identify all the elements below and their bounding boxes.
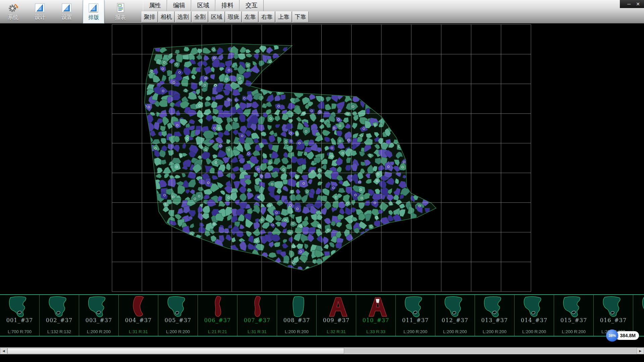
part-id-label: 002_#37 <box>46 318 72 323</box>
part-lr-label: L:200 R:200 <box>87 329 111 334</box>
part-cell-009_#37[interactable]: 009_#37L:32 R:31 <box>317 295 356 336</box>
menu-tab-3[interactable]: 排料 <box>215 0 239 11</box>
window-controls: ─ ✕ <box>620 0 644 8</box>
nav-button-label: 系统 <box>8 14 18 21</box>
application-window: 系统设计设置排版报表 属性编辑区域排料交互 聚排相机选割全割区域瑕疵左靠右靠上靠… <box>0 0 644 362</box>
scroll-right-arrow-icon[interactable]: ▶ <box>637 348 644 354</box>
part-shape-thumbnail <box>519 296 550 318</box>
gear-icon <box>7 2 19 14</box>
part-shape-thumbnail <box>44 296 75 318</box>
tool-button-3[interactable]: 全割 <box>192 11 208 22</box>
part-shape-thumbnail <box>638 296 644 318</box>
part-id-label: 016_#37 <box>600 318 627 323</box>
memory-percent-badge: 38% <box>606 329 618 342</box>
memory-badge: 38% 384.8M <box>606 329 639 342</box>
part-cell-011_#37[interactable]: 011_#37L:200 R:200 <box>396 295 435 336</box>
tool-button-2[interactable]: 选割 <box>175 11 191 22</box>
part-shape-thumbnail <box>440 296 471 318</box>
tool-button-0[interactable]: 聚排 <box>142 11 158 22</box>
part-id-label: 013_#37 <box>481 318 508 323</box>
tool-button-6[interactable]: 左靠 <box>242 11 258 22</box>
tool-button-5[interactable]: 瑕疵 <box>225 11 241 22</box>
part-id-label: 011_#37 <box>402 318 429 323</box>
part-lr-label: L:33 R:33 <box>366 329 385 334</box>
nav-button-settings[interactable]: 设置 <box>56 0 77 23</box>
nav-button-gear[interactable]: 系统 <box>2 0 24 23</box>
part-lr-label: L:200 R:200 <box>522 329 546 334</box>
part-cell-008_#37[interactable]: 008_#37L:200 R:200 <box>277 295 317 336</box>
part-cell-013_#37[interactable]: 013_#37L:200 R:200 <box>475 295 515 336</box>
part-lr-label: L:200 R:200 <box>483 329 506 334</box>
part-shape-thumbnail <box>479 296 510 318</box>
part-id-label: 010_#37 <box>363 318 389 323</box>
part-shape-thumbnail <box>4 296 35 318</box>
report-icon <box>115 2 126 14</box>
part-cell-014_#37[interactable]: 014_#37L:200 R:200 <box>515 295 554 336</box>
part-id-label: 012_#37 <box>442 318 468 323</box>
part-id-label: 008_#37 <box>283 318 310 323</box>
nav-button-layout[interactable]: 排版 <box>83 0 104 23</box>
menu-tab-2[interactable]: 区域 <box>191 0 215 11</box>
part-shape-thumbnail <box>361 296 391 318</box>
nav-button-label: 报表 <box>115 14 126 21</box>
horizontal-scrollbar[interactable]: ◀ ▶ <box>0 347 644 354</box>
parts-strip: 001_#37L:700 R:700002_#37L:132 R:132003_… <box>0 294 644 337</box>
scroll-left-arrow-icon[interactable]: ◀ <box>0 348 7 354</box>
part-lr-label: L:200 R:200 <box>404 329 427 334</box>
part-lr-label: L:32 R:31 <box>327 329 345 334</box>
layout-icon <box>88 2 99 14</box>
part-shape-thumbnail <box>558 296 589 318</box>
tool-button-7[interactable]: 右靠 <box>259 11 275 22</box>
part-shape-thumbnail <box>202 296 233 318</box>
part-shape-thumbnail <box>163 296 194 318</box>
part-cell-001_#37[interactable]: 001_#37L:700 R:700 <box>0 295 40 336</box>
menu-tab-0[interactable]: 属性 <box>143 0 167 11</box>
nesting-canvas[interactable] <box>0 23 644 294</box>
minimize-button[interactable]: ─ <box>627 2 631 6</box>
part-cell-006_#37[interactable]: 006_#37L:21 R:21 <box>198 295 237 336</box>
nesting-drawing <box>0 23 644 294</box>
part-lr-label: L:200 R:200 <box>562 329 586 334</box>
part-cell-004_#37[interactable]: 004_#37L:31 R:31 <box>119 295 158 336</box>
toolbar: 系统设计设置排版报表 属性编辑区域排料交互 聚排相机选割全割区域瑕疵左靠右靠上靠… <box>0 0 644 23</box>
memory-usage-label: 384.8M <box>615 331 639 340</box>
part-shape-thumbnail <box>281 296 312 318</box>
tool-button-9[interactable]: 下靠 <box>292 11 309 22</box>
scrollbar-thumb[interactable] <box>7 348 344 354</box>
nav-button-group: 系统设计设置排版报表 <box>2 0 131 23</box>
part-id-label: 005_#37 <box>165 318 191 323</box>
part-lr-label: L:31 R:31 <box>248 329 266 334</box>
tool-button-4[interactable]: 区域 <box>209 11 225 22</box>
part-id-label: 001_#37 <box>6 318 33 323</box>
part-id-label: 006_#37 <box>204 318 231 323</box>
part-cell-007_#37[interactable]: 007_#37L:31 R:31 <box>237 295 277 336</box>
tool-button-1[interactable]: 相机 <box>158 11 174 22</box>
tool-button-8[interactable]: 上靠 <box>276 11 292 22</box>
part-cell-002_#37[interactable]: 002_#37L:132 R:132 <box>40 295 79 336</box>
part-lr-label: L:21 R:21 <box>208 329 227 334</box>
part-shape-thumbnail <box>321 296 352 318</box>
menu-tab-1[interactable]: 编辑 <box>167 0 191 11</box>
menu-tab-4[interactable]: 交互 <box>239 0 264 11</box>
part-cell-010_#37[interactable]: 010_#37L:33 R:33 <box>356 295 396 336</box>
part-id-label: 007_#37 <box>244 318 270 323</box>
nav-button-design[interactable]: 设计 <box>29 0 51 23</box>
part-cell-003_#37[interactable]: 003_#37L:200 R:200 <box>79 295 119 336</box>
part-cell-005_#37[interactable]: 005_#37L:200 R:200 <box>158 295 198 336</box>
part-id-label: 009_#37 <box>323 318 350 323</box>
part-lr-label: L:200 R:200 <box>285 329 309 334</box>
tool-button-row: 聚排相机选割全割区域瑕疵左靠右靠上靠下靠 <box>142 11 309 23</box>
part-id-label: 003_#37 <box>86 318 112 323</box>
nav-button-label: 排版 <box>88 14 99 21</box>
part-cell-015_#37[interactable]: 015_#37L:200 R:200 <box>554 295 594 336</box>
close-button[interactable]: ✕ <box>636 2 640 6</box>
nav-button-label: 设置 <box>61 14 72 21</box>
part-shape-thumbnail <box>242 296 273 318</box>
nav-button-report[interactable]: 报表 <box>110 0 131 23</box>
part-shape-thumbnail <box>123 296 154 318</box>
part-cell-012_#37[interactable]: 012_#37L:200 R:200 <box>435 295 475 336</box>
part-id-label: 015_#37 <box>560 318 587 323</box>
design-icon <box>34 2 46 14</box>
nav-button-label: 设计 <box>35 14 45 21</box>
part-id-label: 004_#37 <box>125 318 152 323</box>
